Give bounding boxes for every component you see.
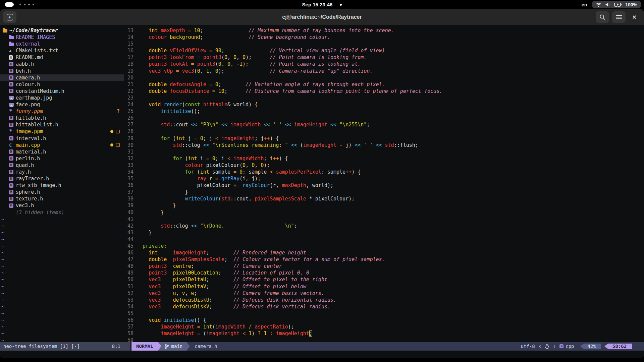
code-line[interactable]: 50 vec3 pixelDeltaU; // Offset to pixel … <box>124 276 644 283</box>
code-line[interactable]: 15 <box>124 41 644 47</box>
code-line[interactable]: 26 <box>124 115 644 121</box>
code-line[interactable]: 45 private: <box>124 243 644 249</box>
code-line[interactable]: 16 double vFieldOfView = 90; // Vertical… <box>124 47 644 54</box>
code-line[interactable]: 28 <box>124 128 644 135</box>
tree-item[interactable]: Hrtw_stb_image.h <box>0 182 124 189</box>
clock[interactable]: Sep 15 23:46 <box>0 0 644 9</box>
tree-item[interactable]: HconstantMedium.h <box>0 88 124 95</box>
code-line[interactable]: 57 imageHeight = int(imageWidth / aspect… <box>124 323 644 330</box>
code-line[interactable]: 55 <box>124 310 644 317</box>
tree-item[interactable]: Hvec3.h <box>0 202 124 209</box>
tree-item[interactable]: Hcolour.h <box>0 81 124 88</box>
code-line[interactable]: 18 point3 lookAt = point3(0, 0, -1); // … <box>124 61 644 67</box>
code-line[interactable]: 59 <box>124 337 644 342</box>
code-line[interactable]: 25 initialise(); <box>124 108 644 115</box>
tree-item[interactable]: Hhittable.h <box>0 115 124 121</box>
code-line[interactable]: 29 for (int j = 0; j < imageHeight; j++)… <box>124 135 644 142</box>
code-line[interactable]: 20 <box>124 74 644 81</box>
code-line[interactable]: 19 vec3 vUp = vec3(0, 1, 0); // Camera-r… <box>124 68 644 74</box>
code-line[interactable]: 56 void initialise() { <box>124 317 644 323</box>
empty-buffer-tilde: ~ <box>0 310 124 317</box>
code-line[interactable]: 49 point3 pixel00Location; // Location o… <box>124 269 644 276</box>
code-line[interactable]: 32 for (int i = 0; i < imageWidth; i++) … <box>124 155 644 162</box>
code-line[interactable]: 27 std::cout << "P3\n" << imageWidth << … <box>124 121 644 128</box>
code-text: point3 lookFrom = point3(0, 0, 0); // Po… <box>137 54 367 61</box>
terminal-window: + cj@archlinux:~/Code/Raytracer <box>0 9 644 358</box>
tree-item[interactable]: *funny.ppm? <box>0 108 124 115</box>
mode-arrow <box>158 342 161 351</box>
code-line[interactable]: 52 vec3 u, v, w; // Camera frame basis v… <box>124 290 644 297</box>
tree-item-label: face.png <box>16 101 40 108</box>
code-line[interactable]: 34 for (int sample = 0; sample < samples… <box>124 169 644 175</box>
code-line[interactable]: 14 colour background; // Scene backgroun… <box>124 34 644 41</box>
menu-button[interactable] <box>612 11 626 23</box>
tree-item[interactable]: *image.ppm <box>0 128 124 135</box>
keyboard-layout-indicator[interactable]: en <box>582 2 587 7</box>
code-line[interactable]: 23 <box>124 95 644 101</box>
code-line[interactable]: 37 } <box>124 189 644 195</box>
code-line[interactable]: 51 vec3 pixelDeltaV; // Offset to pixel … <box>124 283 644 290</box>
code-line[interactable]: 53 vec3 defocusDiskU; // Defocus disk ho… <box>124 297 644 303</box>
tree-item[interactable]: Haabb.h <box>0 61 124 67</box>
tree-item[interactable]: Hmaterial.h <box>0 148 124 155</box>
tree-item[interactable]: HhittableList.h <box>0 121 124 128</box>
tree-item[interactable]: Hray.h <box>0 169 124 175</box>
line-number: 19 <box>124 68 137 74</box>
code-line[interactable]: 22 double focusDistance = 10; // Distanc… <box>124 88 644 95</box>
code-line[interactable]: 39 } <box>124 202 644 209</box>
code-line[interactable]: 33 colour pixelColour(0, 0, 0); <box>124 162 644 169</box>
system-tray[interactable]: 100% <box>592 1 641 8</box>
code-line[interactable]: 58 imageHeight = (imageHeight < 1) ? 1 :… <box>124 330 644 337</box>
tree-item[interactable]: external <box>0 41 124 47</box>
tree-item[interactable]: README.md <box>0 54 124 61</box>
header-file-icon: H <box>9 136 13 140</box>
empty-buffer-tilde: ~ <box>0 249 124 256</box>
tree-item[interactable]: Cmain.cpp <box>0 142 124 148</box>
tree-item[interactable]: Hquad.h <box>0 162 124 169</box>
tree-item[interactable]: HrayTracer.h <box>0 175 124 182</box>
tree-item[interactable]: README_IMAGES <box>0 34 124 41</box>
code-line[interactable]: 40 } <box>124 209 644 216</box>
tree-item[interactable]: Hperlin.h <box>0 155 124 162</box>
code-line[interactable]: 46 int imageHeight; // Rendered image he… <box>124 249 644 256</box>
line-number: 54 <box>124 303 137 310</box>
code-line[interactable]: 43 } <box>124 229 644 236</box>
tree-item[interactable]: ~/Code/Raytracer <box>0 27 124 34</box>
tree-item[interactable]: Htexture.h <box>0 195 124 202</box>
tree-item[interactable]: (3 hidden items) <box>0 209 124 216</box>
code-line[interactable]: 13 int maxDepth = 10; // Maximum number … <box>124 27 644 34</box>
code-text: writeColour(std::cout, pixelSamplesScale… <box>137 195 355 202</box>
code-line[interactable]: 41 <box>124 216 644 223</box>
code-line[interactable]: 38 writeColour(std::cout, pixelSamplesSc… <box>124 195 644 202</box>
neotree-cursor-position: 8:1 <box>112 344 126 349</box>
tree-item-icon-slot: C <box>9 143 15 147</box>
tree-item[interactable]: ▲CMakeLists.txt <box>0 47 124 54</box>
code-line[interactable]: 47 double pixelSamplesScale; // Colour s… <box>124 256 644 263</box>
code-line[interactable]: 44 <box>124 236 644 243</box>
tree-item[interactable]: Hbvh.h <box>0 68 124 74</box>
code-line[interactable]: 54 vec3 defocusDiskV; // Defocus disk ve… <box>124 303 644 310</box>
code-line[interactable]: 24 void render(const hittable& world) { <box>124 101 644 108</box>
code-line[interactable]: 42 std::clog << "\rDone. \n"; <box>124 223 644 229</box>
code-line[interactable]: 36 pixelColour += rayColour(r, maxDepth,… <box>124 182 644 189</box>
code-line[interactable]: 48 point3 centre; // Camera center <box>124 263 644 269</box>
code-editor-buffer[interactable]: 13 int maxDepth = 10; // Maximum number … <box>124 25 644 342</box>
tree-item-icon-slot: H <box>9 197 15 201</box>
tree-item[interactable]: Hsphere.h <box>0 189 124 195</box>
search-button[interactable] <box>596 11 609 23</box>
tree-item[interactable]: Hcamera.h <box>0 74 124 81</box>
empty-buffer-tilde: ~ <box>0 236 124 243</box>
code-line[interactable]: 21 double defocusAngle = 0; // Variation… <box>124 81 644 88</box>
neotree-file-explorer[interactable]: ~/Code/RaytracerREADME_IMAGESexternal▲CM… <box>0 25 124 342</box>
code-line[interactable]: 30 std::clog << "\rScanlines remaining: … <box>124 142 644 148</box>
tree-item[interactable]: Hinterval.h <box>0 135 124 142</box>
code-line[interactable]: 35 ray r = getRay(i, j); <box>124 175 644 182</box>
close-button[interactable]: × <box>629 11 640 23</box>
code-line[interactable]: 31 <box>124 148 644 155</box>
tree-item[interactable]: face.png <box>0 101 124 108</box>
tree-item-icon-slot: H <box>9 62 15 66</box>
tree-item-label: ray.h <box>16 169 31 175</box>
code-text: void initialise() { <box>137 317 206 323</box>
code-line[interactable]: 17 point3 lookFrom = point3(0, 0, 0); //… <box>124 54 644 61</box>
tree-item[interactable]: earthmap.jpg <box>0 95 124 101</box>
